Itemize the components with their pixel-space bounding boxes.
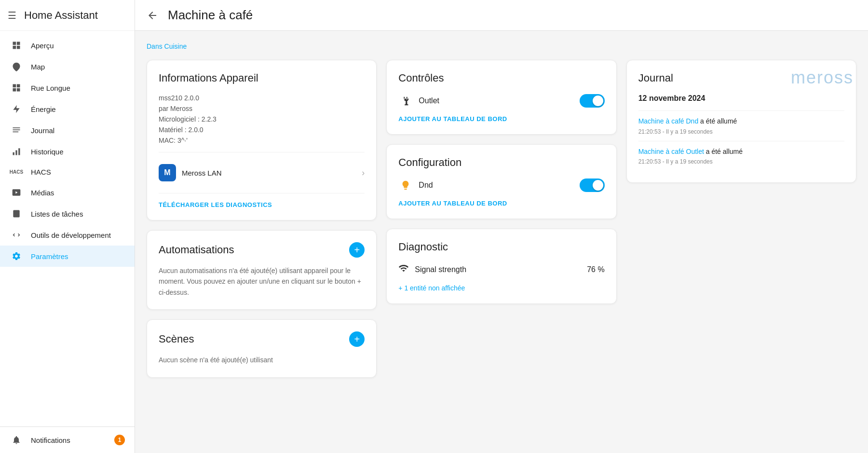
journal-entry-title-0: Machine à café Dnd a été allumé (638, 117, 844, 126)
journal-entry-0: Machine à café Dnd a été allumé 21:20:53… (638, 110, 844, 141)
settings-icon (10, 251, 23, 261)
scenes-header: Scènes + (159, 331, 365, 347)
hardware-value: 2.0.0 (188, 126, 203, 134)
sidebar-item-outils-dev[interactable]: Outils de développement (0, 224, 135, 246)
menu-icon[interactable]: ☰ (8, 10, 16, 21)
integration-arrow-icon: › (362, 168, 365, 178)
svg-marker-9 (13, 105, 19, 113)
mac-label: MAC: (159, 137, 176, 144)
sidebar-item-label: Rue Longue (31, 84, 125, 92)
sidebar-item-label: Historique (31, 148, 125, 156)
sidebar-nav: Aperçu Map Rue Longue Énergie Journal (0, 31, 135, 426)
integration-name: Meross LAN (182, 169, 356, 177)
sidebar-item-notifications[interactable]: Notifications 1 (0, 429, 135, 451)
energy-icon (10, 104, 23, 114)
svg-rect-2 (13, 46, 16, 49)
divider2 (159, 193, 365, 193)
outlet-toggle[interactable] (580, 94, 605, 108)
scenes-card: Scènes + Aucun scène n'a été ajouté(e) u… (147, 319, 377, 377)
journal-entry-title-1: Machine à café Outlet a été allumé (638, 147, 844, 157)
hacs-icon: HACS (10, 169, 23, 175)
device-by: par Meross (159, 105, 365, 112)
main-header: Machine à café (135, 0, 868, 31)
svg-rect-19 (15, 212, 18, 213)
back-button[interactable] (147, 10, 158, 21)
dnd-toggle[interactable] (580, 178, 605, 192)
scenes-empty-text: Aucun scène n'a été ajouté(e) utilisant (159, 355, 365, 365)
sidebar-item-listes-taches[interactable]: Listes de tâches (0, 203, 135, 224)
svg-rect-7 (13, 88, 16, 92)
signal-row: Signal strength 76 % (398, 263, 604, 276)
mac-value: 3^·' (177, 137, 188, 144)
outlet-label: Outlet (419, 96, 573, 105)
signal-value: 76 % (587, 265, 604, 274)
main-content-area: Machine à café meross Dans Cuisine Infor… (135, 0, 868, 453)
sidebar-item-label: HACS (31, 168, 125, 176)
outlet-icon (398, 96, 413, 106)
add-scene-button[interactable]: + (349, 331, 365, 347)
sidebar-item-label: Énergie (31, 105, 125, 113)
controls-add-dashboard-button[interactable]: AJOUTER AU TABLEAU DE BORD (398, 115, 604, 123)
sidebar-item-apercu[interactable]: Aperçu (0, 35, 135, 56)
more-entities-link[interactable]: + 1 entité non affichée (398, 284, 604, 292)
controls-title: Contrôles (398, 72, 604, 84)
automatisations-empty-text: Aucun automatisations n'a été ajouté(e) … (159, 265, 365, 298)
home-icon (10, 83, 23, 93)
svg-rect-1 (17, 42, 20, 45)
sidebar-item-medias[interactable]: Médias (0, 182, 135, 203)
bell-icon (10, 435, 23, 445)
notifications-badge: 1 (114, 435, 125, 445)
device-hardware: Matériel : 2.0.0 (159, 126, 365, 134)
plus-icon-scene: + (354, 334, 360, 345)
journal-icon (10, 125, 23, 135)
sidebar-item-parametres[interactable]: Paramètres (0, 246, 135, 267)
diagnostics-button[interactable]: TÉLÉCHARGER LES DIAGNOSTICS (159, 201, 365, 208)
sidebar-item-map[interactable]: Map (0, 56, 135, 77)
left-column: Informations Appareil mss210 2.0.0 par M… (147, 60, 377, 378)
media-icon (10, 188, 23, 197)
sidebar-notifications-label: Notifications (31, 436, 114, 444)
middle-column: Contrôles Outlet AJOUTER AU TABLEAU DE B… (386, 60, 616, 304)
journal-entry-device-link-1[interactable]: Machine à café Outlet (638, 148, 704, 155)
automatisations-card: Automatisations + Aucun automatisations … (147, 230, 377, 310)
journal-entry-device-link-0[interactable]: Machine à café Dnd (638, 117, 699, 125)
configuration-title: Configuration (398, 156, 604, 169)
add-automation-button[interactable]: + (349, 242, 365, 258)
integration-row[interactable]: M Meross LAN › (159, 160, 365, 185)
config-add-dashboard-button[interactable]: AJOUTER AU TABLEAU DE BORD (398, 200, 604, 207)
svg-rect-3 (17, 46, 20, 49)
content-grid: Informations Appareil mss210 2.0.0 par M… (147, 60, 856, 378)
scenes-title: Scènes (159, 333, 194, 345)
sidebar-item-journal[interactable]: Journal (0, 120, 135, 141)
integration-icon: M (159, 164, 176, 181)
firmware-value: 2.2.3 (202, 115, 217, 123)
journal-entry-action-1: a été allumé (704, 148, 743, 155)
svg-rect-5 (13, 84, 16, 88)
svg-rect-12 (13, 132, 19, 133)
sidebar-item-energie[interactable]: Énergie (0, 98, 135, 120)
dnd-icon (398, 180, 413, 191)
sidebar-item-historique[interactable]: Historique (0, 141, 135, 162)
journal-date: 12 novembre 2024 (638, 94, 844, 103)
svg-rect-11 (13, 129, 20, 130)
breadcrumb[interactable]: Dans Cuisine (147, 42, 856, 50)
automations-header: Automatisations + (159, 242, 365, 258)
history-icon (10, 147, 23, 156)
sidebar-item-rue-longue[interactable]: Rue Longue (0, 77, 135, 98)
device-mac: MAC: 3^·' (159, 137, 365, 144)
diagnostic-card: Diagnostic Signal strength 76 % + 1 enti… (386, 229, 616, 304)
svg-rect-10 (13, 127, 20, 128)
plus-icon: + (354, 245, 360, 256)
sidebar-item-label: Outils de développement (31, 231, 125, 239)
device-info-title: Informations Appareil (159, 72, 365, 84)
main-scroll-area: meross Dans Cuisine Informations Apparei… (135, 31, 868, 453)
automatisations-title: Automatisations (159, 244, 234, 256)
page-title: Machine à café (168, 8, 253, 23)
sidebar: ☰ Home Assistant Aperçu Map Rue Longue (0, 0, 135, 453)
sidebar-item-label: Journal (31, 126, 125, 135)
outlet-control-row: Outlet (398, 94, 604, 108)
diagnostic-title: Diagnostic (398, 241, 604, 253)
journal-entry-time-0: 21:20:53 - Il y a 19 secondes (638, 128, 844, 135)
sidebar-item-hacs[interactable]: HACS HACS (0, 162, 135, 182)
controls-card: Contrôles Outlet AJOUTER AU TABLEAU DE B… (386, 60, 616, 135)
